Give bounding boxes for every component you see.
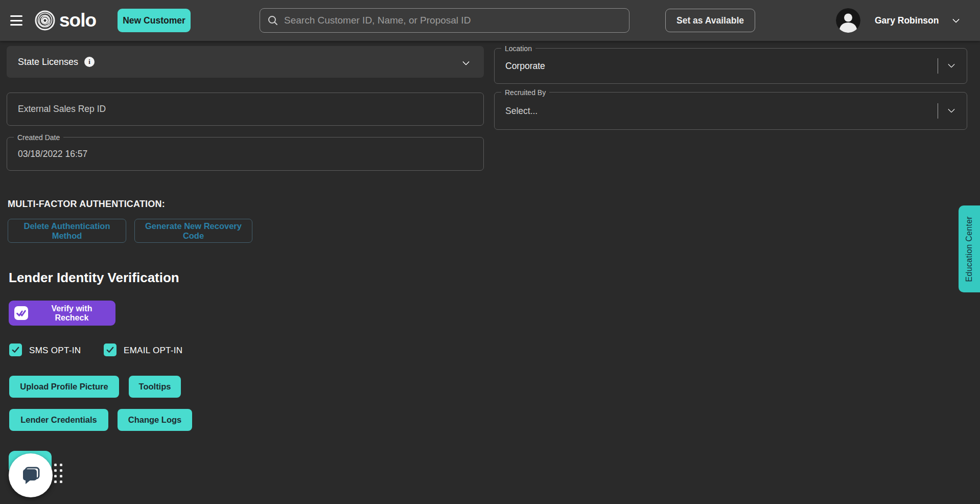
recheck-double-check-icon — [14, 306, 28, 320]
change-logs-button[interactable]: Change Logs — [118, 409, 192, 431]
location-label: Location — [501, 43, 535, 54]
verify-button-label: Verify with Recheck — [34, 304, 110, 323]
location-select[interactable]: Location Corporate — [494, 48, 967, 84]
user-avatar[interactable] — [836, 8, 860, 33]
recruited-by-select[interactable]: Recruited By Select... — [494, 92, 967, 130]
recruited-by-label: Recruited By — [501, 87, 549, 98]
email-opt-in-checkbox[interactable] — [104, 343, 116, 356]
chat-widget-button[interactable] — [9, 453, 53, 497]
solo-logo-icon — [34, 9, 56, 32]
lender-credentials-button[interactable]: Lender Credentials — [9, 409, 108, 431]
created-date-value: 03/18/2022 16:57 — [18, 149, 87, 159]
new-customer-button[interactable]: New Customer — [118, 9, 191, 32]
sms-opt-in-checkbox[interactable] — [9, 343, 22, 356]
select-divider — [938, 103, 938, 119]
menu-icon[interactable] — [10, 15, 22, 26]
user-menu-chevron-down-icon[interactable] — [952, 16, 960, 23]
state-licenses-accordion[interactable]: State Licenses i — [7, 46, 484, 78]
recruited-by-value: Select... — [505, 106, 538, 117]
search-input[interactable] — [284, 15, 622, 26]
check-icon — [11, 346, 20, 354]
education-center-label: Education Center — [965, 216, 974, 282]
state-licenses-label: State Licenses — [18, 57, 78, 67]
education-center-tab[interactable]: Education Center — [959, 205, 980, 292]
upload-profile-picture-button[interactable]: Upload Profile Picture — [9, 376, 119, 398]
created-date-label: Created Date — [14, 132, 63, 143]
external-sales-rep-id-input[interactable] — [7, 93, 484, 126]
location-value: Corporate — [505, 61, 545, 72]
select-divider — [938, 58, 938, 74]
info-icon[interactable]: i — [84, 57, 95, 67]
top-navbar: solo New Customer Set as Available Gary … — [0, 0, 980, 41]
email-opt-in-label: EMAIL OPT-IN — [124, 346, 182, 356]
user-name[interactable]: Gary Robinson — [875, 15, 939, 26]
drag-handle-dot-grid-icon[interactable] — [54, 464, 62, 483]
mfa-section-title: MULTI-FACTOR AUTHENTICATION: — [8, 199, 165, 210]
generate-new-recovery-code-button[interactable]: Generate New Recovery Code — [134, 219, 252, 243]
set-as-available-button[interactable]: Set as Available — [665, 9, 755, 32]
recruited-by-chevron-down-icon[interactable] — [948, 106, 955, 113]
brand-wordmark: solo — [59, 10, 96, 31]
check-icon — [106, 346, 114, 354]
speech-bubbles-icon — [19, 464, 42, 487]
global-search[interactable] — [260, 8, 629, 33]
tooltips-button[interactable]: Tooltips — [129, 376, 181, 398]
delete-authentication-method-button[interactable]: Delete Authentication Method — [8, 219, 126, 243]
verify-with-recheck-button[interactable]: Verify with Recheck — [9, 301, 115, 326]
lender-identity-verification-heading: Lender Identity Verification — [9, 270, 179, 286]
created-date-field: Created Date 03/18/2022 16:57 — [7, 137, 484, 171]
location-chevron-down-icon[interactable] — [948, 61, 955, 68]
search-icon — [267, 15, 278, 26]
sms-opt-in-label: SMS OPT-IN — [29, 346, 81, 356]
accordion-chevron-down-icon — [462, 58, 470, 65]
